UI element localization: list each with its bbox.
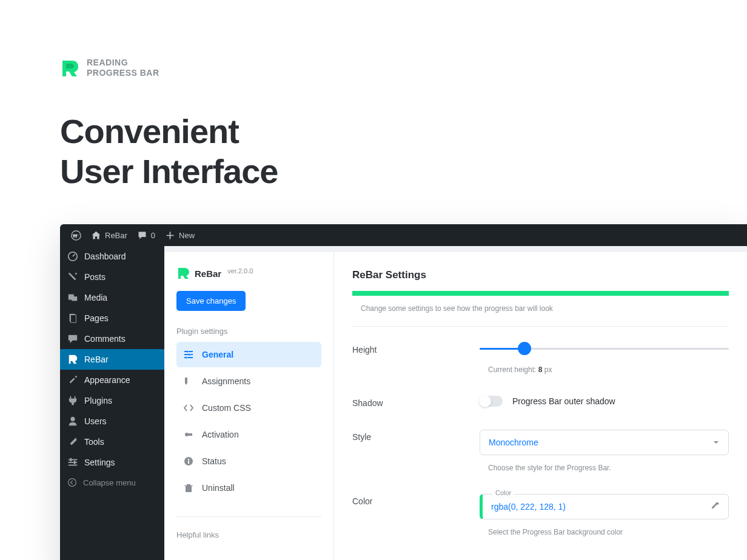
sidebar-collapse[interactable]: Collapse menu bbox=[60, 473, 164, 492]
section-helpful-links: Helpful links bbox=[176, 516, 321, 539]
height-label: Height bbox=[352, 342, 480, 374]
style-select[interactable]: Monochrome bbox=[480, 430, 729, 455]
svg-rect-19 bbox=[188, 459, 189, 460]
site-link[interactable]: ReBar bbox=[86, 224, 132, 246]
divider bbox=[352, 326, 729, 327]
sidebar-item-dashboard[interactable]: Dashboard bbox=[60, 246, 164, 267]
svg-rect-20 bbox=[188, 461, 189, 464]
progress-bar-preview bbox=[352, 291, 729, 296]
svg-point-12 bbox=[69, 479, 76, 487]
style-sub: Choose the style for the Progress Bar. bbox=[488, 464, 729, 472]
color-label: Color bbox=[352, 494, 480, 536]
svg-point-6 bbox=[70, 417, 75, 421]
sidebar-item-posts[interactable]: Posts bbox=[60, 267, 164, 287]
settings-title: ReBar Settings bbox=[352, 269, 729, 281]
plugin-name: ReBar bbox=[195, 268, 221, 279]
sidebar-item-users[interactable]: Users bbox=[60, 411, 164, 432]
height-value-text: Current height: 8 px bbox=[488, 365, 729, 374]
nav-status[interactable]: Status bbox=[176, 448, 321, 474]
sidebar-item-pages[interactable]: Pages bbox=[60, 308, 164, 328]
save-button[interactable]: Save changes bbox=[176, 291, 246, 311]
plugin-version: ver.2.0.0 bbox=[227, 267, 253, 275]
preview-help: Change some settings to see how the prog… bbox=[361, 304, 729, 313]
section-plugin-settings: Plugin settings bbox=[176, 327, 321, 336]
plugin-sidebar: ReBar ver.2.0.0 Save changes Plugin sett… bbox=[164, 252, 334, 560]
svg-rect-5 bbox=[70, 315, 76, 323]
svg-point-15 bbox=[186, 357, 187, 359]
sidebar-item-media[interactable]: Media bbox=[60, 287, 164, 308]
sidebar-item-plugins[interactable]: Plugins bbox=[60, 390, 164, 411]
comments-link[interactable]: 0 bbox=[132, 224, 160, 246]
nav-uninstall[interactable]: Uninstall bbox=[176, 475, 321, 501]
color-sub: Select the Progress Bar background color bbox=[488, 528, 729, 536]
sidebar-item-rebar[interactable]: ReBar bbox=[60, 349, 164, 370]
brand-line2: PROGRESS BAR bbox=[87, 68, 159, 78]
svg-rect-7 bbox=[69, 459, 77, 461]
eyedropper-icon[interactable] bbox=[710, 502, 720, 512]
svg-rect-11 bbox=[74, 461, 76, 464]
svg-point-14 bbox=[189, 354, 191, 356]
svg-rect-9 bbox=[69, 465, 77, 466]
nav-assignments[interactable]: Assignments bbox=[176, 368, 321, 394]
sidebar-item-tools[interactable]: Tools bbox=[60, 432, 164, 452]
svg-point-13 bbox=[187, 351, 189, 353]
shadow-toggle[interactable] bbox=[480, 396, 503, 407]
plugin-logo-icon bbox=[176, 267, 190, 280]
shadow-label: Shadow bbox=[352, 396, 480, 408]
style-label: Style bbox=[352, 430, 480, 472]
height-slider[interactable] bbox=[480, 342, 729, 355]
sidebar-item-settings[interactable]: Settings bbox=[60, 452, 164, 473]
wp-admin-bar: ReBar 0 New bbox=[60, 224, 747, 246]
plugin-brand: ReBar ver.2.0.0 bbox=[176, 267, 321, 280]
chevron-down-icon bbox=[712, 439, 720, 446]
brand-logo-icon bbox=[60, 58, 79, 78]
page-title: Convenient User Interface bbox=[60, 112, 747, 192]
svg-rect-8 bbox=[69, 462, 77, 463]
sidebar-item-appearance[interactable]: Appearance bbox=[60, 370, 164, 390]
nav-customcss[interactable]: Custom CSS bbox=[176, 395, 321, 421]
sidebar-item-comments[interactable]: Comments bbox=[60, 328, 164, 349]
svg-rect-3 bbox=[72, 296, 77, 301]
svg-rect-10 bbox=[70, 458, 72, 461]
svg-rect-17 bbox=[187, 433, 192, 436]
wordpress-window: ReBar 0 New Dashboard Posts Media Pages … bbox=[60, 224, 747, 560]
wp-sidebar: Dashboard Posts Media Pages Comments ReB… bbox=[60, 246, 164, 560]
color-input[interactable]: rgba(0, 222, 128, 1) bbox=[480, 494, 729, 519]
product-brand: READING PROGRESS BAR bbox=[60, 58, 747, 78]
brand-line1: READING bbox=[87, 58, 159, 68]
wp-logo-icon[interactable] bbox=[66, 224, 86, 246]
nav-general[interactable]: General bbox=[176, 342, 321, 367]
shadow-toggle-label: Progress Bar outer shadow bbox=[512, 396, 615, 406]
color-legend: Color bbox=[493, 489, 514, 496]
new-link[interactable]: New bbox=[160, 224, 199, 246]
nav-activation[interactable]: Activation bbox=[176, 422, 321, 447]
plugin-main: ReBar Settings Change some settings to s… bbox=[334, 252, 747, 560]
